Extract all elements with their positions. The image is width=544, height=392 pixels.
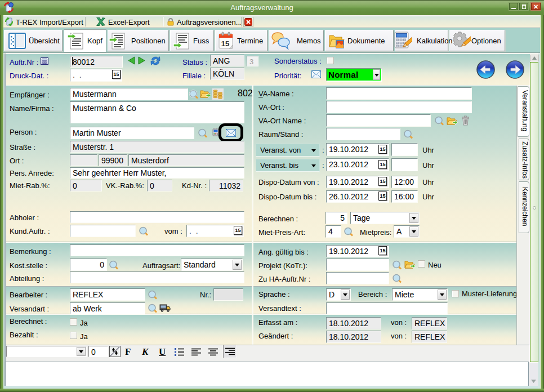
svg-text:15: 15 <box>221 39 229 48</box>
